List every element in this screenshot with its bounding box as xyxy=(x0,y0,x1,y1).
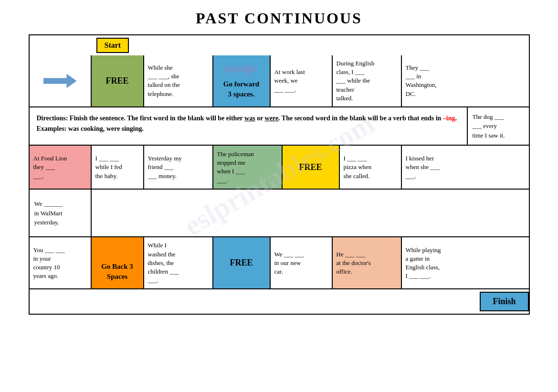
free-label-1: FREE xyxy=(105,75,128,87)
free-label-2: FREE xyxy=(299,161,322,173)
policeman-text: The policemanstopped mewhen I ______. xyxy=(217,150,254,185)
while-playing-text: While playinga game inEnglish class,I __… xyxy=(406,246,441,281)
walmart-text: We ______in WalMartyesterday. xyxy=(34,199,63,227)
you-country-text: You ___ ___in yourcountry 10years ago. xyxy=(33,246,65,281)
during-english-cell: During Englishclass, I ______ while thet… xyxy=(333,55,402,106)
doctor-text: He ___ ___at the doctor'soffice. xyxy=(337,250,371,276)
new-car-cell: We ___ ___in our newcar. xyxy=(271,237,333,288)
food-lion-text: At Food Lionthey ______. xyxy=(33,154,67,180)
board-row-1: FREE While she___ ___, shetalked on thet… xyxy=(30,55,529,107)
arrow-right-icon xyxy=(43,74,77,88)
you-country-cell: You ___ ___in yourcountry 10years ago. xyxy=(30,237,92,288)
page-title: PAST CONTINUOUS xyxy=(29,10,530,27)
while-she-cell: While she___ ___, shetalked on theteleph… xyxy=(144,55,213,106)
pizza-cell: I ___ ___pizza whenshe called. xyxy=(340,146,402,189)
go-forward-text: Go forward3 spaces. xyxy=(223,79,259,99)
kissed-cell: I kissed herwhen she ______. xyxy=(402,146,464,189)
policeman-cell: The policemanstopped mewhen I ______. xyxy=(213,146,283,189)
free-cell-2: FREE xyxy=(283,146,340,189)
pizza-text: I ___ ___pizza whenshe called. xyxy=(344,154,372,180)
food-lion-cell: At Food Lionthey ______. xyxy=(30,146,92,189)
while-she-text: While she___ ___, shetalked on theteleph… xyxy=(148,64,180,98)
go-back-text: Go Back 3 Spaces xyxy=(95,262,139,282)
board-row-5: You ___ ___in yourcountry 10years ago. G… xyxy=(30,237,529,289)
empty-space xyxy=(92,190,529,236)
directions-content: Directions: Finish the sentence. The fir… xyxy=(37,115,457,132)
arrow-right-icon-2 xyxy=(225,62,258,76)
finish-row: Finish xyxy=(30,289,529,314)
during-english-text: During Englishclass, I ______ while thet… xyxy=(337,59,375,103)
walmart-cell: We ______in WalMartyesterday. xyxy=(30,190,92,236)
board-row-3: At Food Lionthey ______. I ___ ___while … xyxy=(30,146,529,190)
doctor-cell: He ___ ___at the doctor'soffice. xyxy=(333,237,402,288)
while-washed-text: While Iwashed thedishes, thechildren ___… xyxy=(148,241,179,285)
go-forward-cell: Go forward3 spaces. xyxy=(213,55,271,106)
start-label: Start xyxy=(96,38,129,53)
kissed-text: I kissed herwhen she ______. xyxy=(406,154,440,180)
yesterday-cell: Yesterday myfriend ______ money. xyxy=(144,146,213,189)
they-cell: They ______ inWashington,DC. xyxy=(402,55,464,106)
go-back-cell: Go Back 3 Spaces xyxy=(92,237,144,288)
at-work-cell: At work lastweek, we___ ___. xyxy=(271,55,333,106)
board-row-4: We ______in WalMartyesterday. xyxy=(30,190,529,237)
directions-text: Directions: Finish the sentence. The fir… xyxy=(30,107,467,145)
new-car-text: We ___ ___in our newcar. xyxy=(274,250,305,276)
free-cell-1: FREE xyxy=(92,55,144,106)
while-playing-cell: While playinga game inEnglish class,I __… xyxy=(402,237,464,288)
they-text: They ______ inWashington,DC. xyxy=(406,64,437,98)
i-fed-cell: I ___ ___while I fedthe baby. xyxy=(92,146,144,189)
start-cell xyxy=(30,55,92,106)
free-label-3: FREE xyxy=(230,257,253,269)
arrow-left-icon xyxy=(101,244,134,259)
directions-side-cell: The dog ______ everytime I saw it. xyxy=(467,107,529,145)
yesterday-text: Yesterday myfriend ______ money. xyxy=(148,154,182,180)
directions-row: Directions: Finish the sentence. The fir… xyxy=(30,107,529,146)
finish-label: Finish xyxy=(480,292,528,311)
at-work-text: At work lastweek, we___ ___. xyxy=(274,68,305,94)
while-washed-cell: While Iwashed thedishes, thechildren ___… xyxy=(144,237,213,288)
free-cell-3: FREE xyxy=(213,237,271,288)
i-fed-text: I ___ ___while I fedthe baby. xyxy=(95,154,122,180)
dog-text: The dog ______ everytime I saw it. xyxy=(473,113,505,139)
